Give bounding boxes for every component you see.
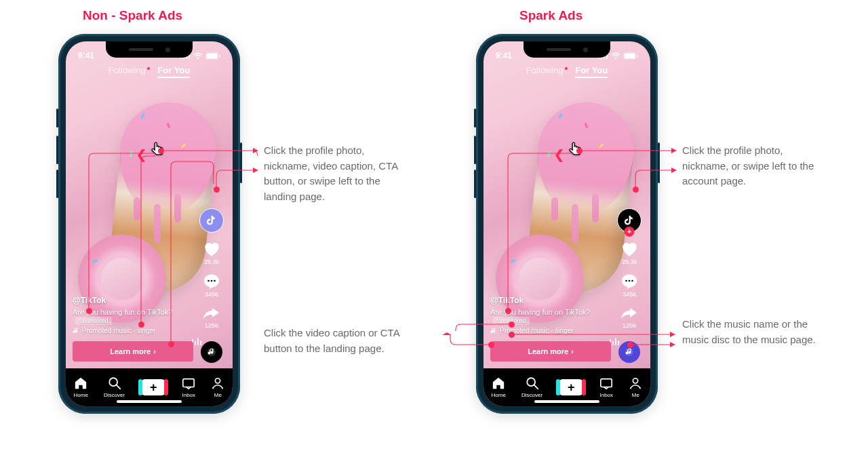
video-bg-shape	[592, 194, 599, 222]
heart-icon	[620, 241, 638, 257]
video-bg-shape	[154, 204, 161, 244]
tab-following[interactable]: Following	[108, 65, 146, 75]
music-note-icon	[73, 328, 79, 334]
home-icon	[492, 376, 505, 390]
tab-home[interactable]: Home	[74, 376, 88, 398]
svg-point-18	[629, 280, 631, 282]
home-icon	[74, 376, 87, 390]
music-note-icon	[208, 348, 216, 356]
music-note-icon	[625, 348, 633, 356]
anchor-dot	[505, 308, 511, 314]
svg-marker-12	[253, 168, 258, 173]
like-button[interactable]: 25.3k	[620, 241, 638, 265]
phone-mute-switch	[474, 109, 476, 128]
share-count: 1256	[205, 322, 218, 329]
tab-inbox[interactable]: Inbox	[599, 376, 613, 398]
comment-count: 3456	[205, 291, 218, 298]
video-meta: @TikTok Are you having fun on TikTok?Spo…	[73, 296, 192, 334]
status-time: 9:41	[78, 51, 94, 60]
annotation-spark-top: Click the profile photo, nickname, or sw…	[682, 143, 825, 189]
screen-nonspark: 9:41 Following For You ❮ 25.	[66, 41, 233, 406]
phone-power	[240, 142, 242, 183]
annotation-spark-bottom: Click the music name or the music disc t…	[682, 317, 825, 347]
battery-icon	[205, 52, 220, 60]
tab-discover-label: Discover	[104, 392, 125, 398]
svg-point-23	[633, 378, 638, 383]
anchor-dot	[168, 341, 174, 347]
profile-avatar[interactable]: +	[617, 208, 642, 233]
tab-inbox-label: Inbox	[182, 392, 196, 398]
tab-me[interactable]: Me	[629, 376, 642, 398]
video-bg-shape	[174, 194, 181, 222]
svg-line-21	[534, 385, 537, 389]
svg-rect-14	[625, 53, 635, 58]
tab-me-label: Me	[214, 392, 222, 398]
svg-point-19	[631, 280, 633, 282]
svg-line-8	[116, 385, 119, 389]
tab-me[interactable]: Me	[211, 376, 224, 398]
tab-create[interactable]: +	[140, 379, 166, 395]
video-bg-shape	[134, 197, 140, 220]
status-time: 9:41	[496, 51, 512, 60]
comment-icon	[203, 273, 220, 290]
tab-for-you[interactable]: For You	[157, 65, 190, 78]
battery-icon	[623, 52, 638, 60]
svg-marker-11	[253, 148, 258, 153]
video-bg-shape	[572, 204, 578, 244]
inbox-icon	[182, 376, 195, 390]
music-name: Promoted music - singer	[82, 327, 155, 334]
tab-create[interactable]: +	[558, 379, 584, 395]
share-button[interactable]: 1256	[203, 306, 220, 329]
music-note-icon	[490, 328, 497, 334]
svg-point-6	[214, 280, 216, 282]
feed-tabs: Following For You	[66, 65, 233, 78]
comment-count: 3456	[623, 291, 636, 298]
tab-home-label: Home	[492, 392, 506, 398]
video-meta: @TikTok Are you having fun on TikTok?Spo…	[490, 296, 610, 334]
follow-plus-icon[interactable]: +	[625, 227, 635, 237]
tab-discover[interactable]: Discover	[521, 376, 542, 398]
tab-discover[interactable]: Discover	[104, 376, 125, 398]
phone-vol-down	[56, 170, 58, 198]
music-label[interactable]: Promoted music - singer	[73, 327, 192, 334]
chevron-left-icon: ❮	[136, 148, 146, 161]
tiktok-logo-icon	[624, 214, 635, 227]
anchor-dot	[509, 322, 515, 328]
comment-button[interactable]: 3456	[203, 273, 220, 298]
profile-avatar[interactable]	[199, 208, 224, 233]
phone-spark: 9:41 Following For You ❮ + 25.	[476, 34, 658, 414]
home-indicator	[534, 400, 599, 403]
tab-for-you[interactable]: For You	[575, 65, 608, 78]
nickname[interactable]: @TikTok	[490, 296, 524, 305]
anchor-dot	[488, 342, 494, 348]
tab-following[interactable]: Following	[526, 65, 564, 75]
pointer-cursor-icon	[567, 145, 585, 162]
music-disc[interactable]	[201, 341, 222, 363]
anchor-dot	[86, 308, 92, 314]
svg-point-10	[216, 378, 220, 383]
like-button[interactable]: 25.3k	[203, 241, 220, 265]
wifi-icon	[193, 52, 203, 60]
phone-nonspark: 9:41 Following For You ❮ 25.	[58, 34, 240, 414]
like-count: 25.3k	[622, 258, 637, 265]
nickname[interactable]: @TikTok	[73, 296, 106, 305]
svg-marker-25	[671, 168, 677, 173]
svg-point-4	[208, 280, 210, 282]
chevron-right-icon: ›	[153, 347, 156, 355]
cta-button[interactable]: Learn more›	[490, 341, 611, 362]
share-button[interactable]: 1256	[620, 306, 638, 329]
comment-button[interactable]: 3456	[620, 273, 638, 298]
svg-point-5	[211, 280, 213, 282]
tab-home[interactable]: Home	[492, 376, 506, 398]
svg-marker-26	[442, 332, 452, 335]
inbox-icon	[599, 376, 613, 390]
anchor-dot	[627, 342, 633, 348]
chevron-right-icon: ›	[571, 347, 574, 355]
svg-rect-15	[637, 54, 638, 57]
tab-home-label: Home	[74, 392, 88, 398]
tab-inbox[interactable]: Inbox	[182, 376, 195, 398]
cta-button[interactable]: Learn more›	[73, 341, 193, 362]
person-icon	[211, 376, 224, 390]
notification-dot-icon	[147, 67, 150, 70]
person-icon	[629, 376, 642, 390]
